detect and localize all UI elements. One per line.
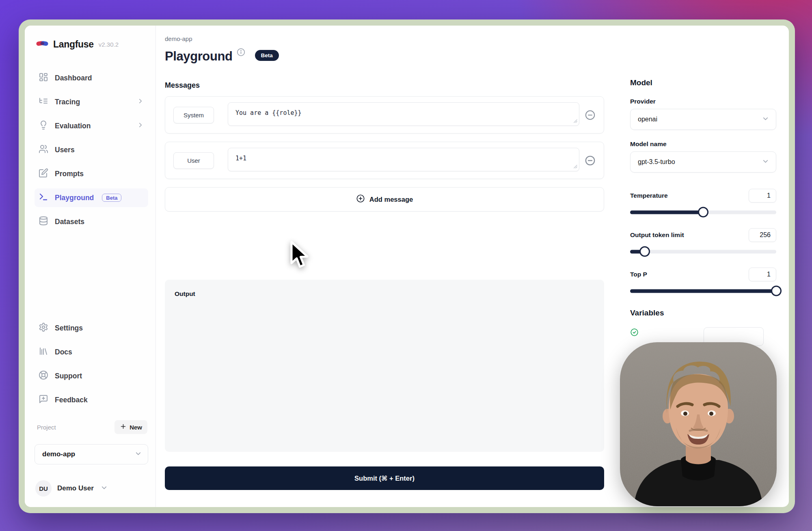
chevron-down-icon bbox=[134, 450, 142, 459]
output-token-limit-row: Output token limit 256 bbox=[630, 228, 776, 242]
gear-icon bbox=[39, 322, 48, 334]
role-button[interactable]: System bbox=[173, 107, 214, 123]
chevron-down-icon bbox=[762, 115, 769, 124]
sidebar-item-datasets[interactable]: Datasets bbox=[35, 212, 148, 231]
sidebar-item-docs[interactable]: Docs bbox=[35, 343, 148, 361]
main-content: demo-app Playground Beta Messages System… bbox=[156, 26, 630, 507]
message-row-system: System You are a {{role}} bbox=[165, 96, 604, 134]
slider-fill bbox=[630, 289, 776, 293]
brand-logo[interactable]: Langfuse v2.30.2 bbox=[35, 39, 148, 50]
plus-icon bbox=[120, 423, 127, 431]
message-input-wrap: 1+1 bbox=[228, 148, 579, 173]
sidebar-item-playground[interactable]: Playground Beta bbox=[35, 188, 148, 207]
sidebar-item-tracing[interactable]: Tracing bbox=[35, 93, 148, 111]
chevron-down-icon bbox=[762, 158, 769, 167]
tracing-icon bbox=[39, 96, 48, 108]
sidebar-item-label: Settings bbox=[55, 324, 83, 332]
mouse-cursor bbox=[287, 240, 311, 272]
sidebar-item-label: Support bbox=[55, 372, 82, 380]
model-heading: Model bbox=[630, 78, 776, 87]
chevron-right-icon bbox=[137, 97, 144, 107]
new-project-button[interactable]: New bbox=[114, 420, 147, 434]
sidebar-item-dashboard[interactable]: Dashboard bbox=[35, 69, 148, 87]
sidebar-item-support[interactable]: Support bbox=[35, 367, 148, 385]
top-p-slider[interactable] bbox=[630, 285, 776, 296]
new-project-label: New bbox=[130, 424, 142, 431]
sidebar-item-label: Users bbox=[55, 146, 75, 154]
output-token-limit-slider[interactable] bbox=[630, 246, 776, 257]
langfuse-logo-icon bbox=[36, 39, 48, 50]
top-p-label: Top P bbox=[630, 271, 647, 278]
output-token-limit-label: Output token limit bbox=[630, 231, 684, 239]
sidebar-item-label: Prompts bbox=[55, 170, 84, 178]
user-message-input[interactable]: 1+1 bbox=[228, 148, 579, 171]
slider-fill bbox=[630, 250, 645, 253]
slider-thumb[interactable] bbox=[771, 286, 782, 296]
model-name-label: Model name bbox=[630, 140, 776, 148]
submit-button[interactable]: Submit (⌘ + Enter) bbox=[165, 466, 604, 490]
dashboard-icon bbox=[39, 72, 48, 84]
message-row-user: User 1+1 bbox=[165, 142, 604, 179]
check-circle-icon bbox=[630, 328, 639, 338]
system-message-input[interactable]: You are a {{role}} bbox=[228, 102, 579, 126]
resize-grip-icon[interactable] bbox=[573, 117, 577, 125]
message-plus-icon bbox=[39, 394, 48, 406]
user-menu[interactable]: DU Demo User bbox=[35, 480, 148, 496]
slider-thumb[interactable] bbox=[698, 207, 708, 218]
output-token-limit-value[interactable]: 256 bbox=[749, 228, 776, 242]
terminal-icon bbox=[39, 192, 48, 204]
top-p-row: Top P 1 bbox=[630, 268, 776, 281]
webcam-person bbox=[620, 342, 777, 506]
breadcrumb[interactable]: demo-app bbox=[165, 35, 604, 42]
temperature-label: Temperature bbox=[630, 192, 668, 199]
provider-label: Provider bbox=[630, 98, 776, 105]
slider-thumb[interactable] bbox=[639, 246, 650, 257]
add-message-button[interactable]: Add message bbox=[165, 187, 604, 212]
top-p-value[interactable]: 1 bbox=[749, 268, 776, 281]
output-label: Output bbox=[175, 290, 594, 298]
beta-badge: Beta bbox=[102, 194, 121, 202]
variables-heading: Variables bbox=[630, 309, 776, 317]
slider-track bbox=[630, 250, 776, 253]
sidebar-nav: Dashboard Tracing Evaluation bbox=[35, 69, 148, 231]
remove-message-icon[interactable] bbox=[585, 110, 596, 121]
sidebar-item-label: Docs bbox=[55, 348, 72, 356]
sidebar-item-label: Datasets bbox=[55, 218, 84, 226]
chevron-right-icon bbox=[137, 121, 144, 131]
library-icon bbox=[39, 346, 48, 358]
resize-grip-icon[interactable] bbox=[573, 163, 577, 170]
desktop-background: { "window": { "brand": "Langfuse", "vers… bbox=[0, 0, 812, 531]
beta-badge: Beta bbox=[255, 50, 279, 61]
brand-name: Langfuse bbox=[53, 39, 94, 50]
remove-message-icon[interactable] bbox=[585, 155, 596, 166]
sidebar-item-prompts[interactable]: Prompts bbox=[35, 164, 148, 183]
sidebar-item-label: Tracing bbox=[55, 98, 80, 106]
edit-icon bbox=[39, 168, 48, 180]
sidebar: Langfuse v2.30.2 Dashboard Tracing bbox=[25, 26, 156, 507]
project-select[interactable]: demo-app bbox=[35, 444, 148, 464]
model-name-select[interactable]: gpt-3.5-turbo bbox=[630, 151, 776, 173]
project-select-value: demo-app bbox=[42, 450, 75, 458]
sidebar-bottom: Settings Docs Support bbox=[35, 319, 148, 496]
provider-select[interactable]: openai bbox=[630, 109, 776, 130]
info-icon[interactable] bbox=[237, 48, 245, 58]
chevron-down-icon bbox=[100, 484, 108, 493]
sidebar-item-evaluation[interactable]: Evaluation bbox=[35, 117, 148, 135]
sidebar-item-feedback[interactable]: Feedback bbox=[35, 391, 148, 409]
role-button[interactable]: User bbox=[173, 152, 214, 169]
temperature-value[interactable]: 1 bbox=[749, 189, 776, 203]
sidebar-item-users[interactable]: Users bbox=[35, 140, 148, 159]
lightbulb-icon bbox=[39, 120, 48, 132]
provider-value: openai bbox=[638, 116, 657, 123]
message-input-wrap: You are a {{role}} bbox=[228, 102, 579, 127]
users-icon bbox=[39, 144, 48, 156]
plus-circle-icon bbox=[356, 194, 365, 205]
project-section-header: Project New bbox=[35, 420, 148, 434]
life-buoy-icon bbox=[39, 370, 48, 382]
output-panel: Output bbox=[165, 280, 604, 452]
sidebar-item-settings[interactable]: Settings bbox=[35, 319, 148, 337]
user-name: Demo User bbox=[57, 484, 94, 492]
temperature-slider[interactable] bbox=[630, 207, 776, 218]
avatar: DU bbox=[35, 480, 52, 496]
sidebar-item-label: Evaluation bbox=[55, 122, 91, 130]
